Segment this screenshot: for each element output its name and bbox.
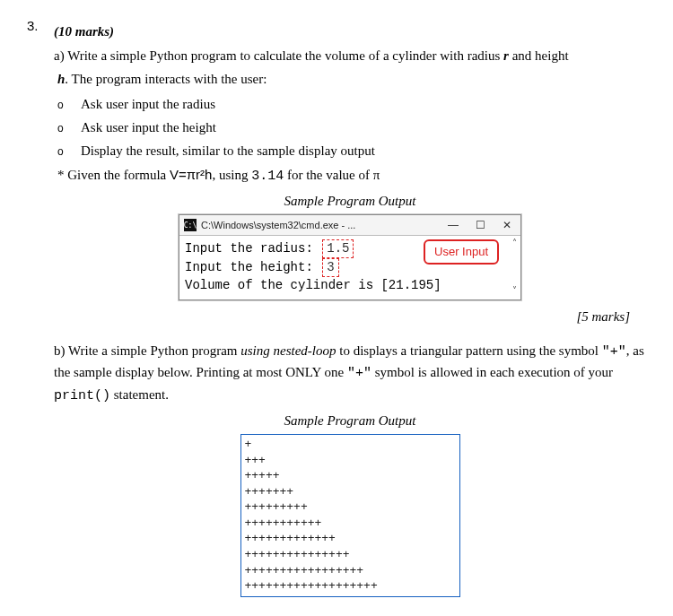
pattern-line: + xyxy=(245,437,456,453)
bullet-icon: o xyxy=(57,97,66,114)
part-b-intro: b) Write a simple Python program using n… xyxy=(54,341,646,407)
cmd-titlebar: C:\ C:\Windows\system32\cmd.exe - ... — … xyxy=(179,215,520,236)
minimize-button[interactable]: — xyxy=(440,215,467,235)
text: Write a simple Python program to calcula… xyxy=(67,48,503,63)
cmd-body: ˄ Input the radius: 1.5 Input the height… xyxy=(179,236,520,299)
text: symbol is allowed in each execution of y… xyxy=(371,365,613,379)
prompt-text: Input the height: xyxy=(185,260,313,274)
scroll-down-icon: ˅ xyxy=(512,285,517,298)
cmd-line: Volume of the cylinder is [21.195] xyxy=(185,277,515,294)
sample-caption-b: Sample Program Output xyxy=(54,413,646,429)
part-a-intro: a) Write a simple Python program to calc… xyxy=(54,46,646,66)
question-number: 3. xyxy=(27,18,43,597)
bullet-row: o Ask user input the height xyxy=(57,117,646,138)
pattern-line: +++++ xyxy=(245,468,456,484)
text: to displays a triangular pattern using t… xyxy=(336,343,602,358)
pattern-line: +++ xyxy=(245,453,456,469)
pi-value: 3.14 xyxy=(251,169,284,184)
sample-caption-a: Sample Program Output xyxy=(54,194,646,209)
question-block: 3. (10 marks) a) Write a simple Python p… xyxy=(27,18,646,597)
cmd-icon: C:\ xyxy=(184,219,197,231)
bullet-row: o Ask user input the radius xyxy=(57,93,646,115)
cmd-title: C:\Windows\system32\cmd.exe - ... xyxy=(201,220,440,230)
text: for the value of π xyxy=(284,168,380,182)
part-a-h-line: h. The program interacts with the user: xyxy=(57,69,646,90)
formula-line: * Given the formula V=πr²h, using 3.14 f… xyxy=(57,165,646,187)
question-body: (10 marks) a) Write a simple Python prog… xyxy=(54,18,646,597)
text: and height xyxy=(509,48,569,63)
part-b-label: b) xyxy=(54,343,68,358)
scroll-up-icon: ˄ xyxy=(512,238,517,250)
text: statement. xyxy=(110,387,169,402)
text: , using xyxy=(212,168,251,182)
part-a-label: a) xyxy=(54,48,67,63)
bullet-icon: o xyxy=(57,120,66,137)
bullet-text: Ask user input the height xyxy=(81,117,216,138)
pattern-line: +++++++++ xyxy=(245,499,456,516)
italic-text: using nested-loop xyxy=(240,343,336,358)
plus-symbol: "+" xyxy=(347,366,371,381)
bullet-text: Display the result, similar to the sampl… xyxy=(81,140,375,161)
part-a-marks: [5 marks] xyxy=(54,309,630,325)
text: * Given the formula xyxy=(57,168,170,182)
pattern-line: +++++++ xyxy=(245,484,456,500)
text: Write a simple Python program xyxy=(68,343,240,358)
pattern-line: +++++++++++++++++ xyxy=(245,563,456,579)
text: . The program interacts with the user: xyxy=(65,72,267,86)
pattern-line: +++++++++++ xyxy=(245,516,456,532)
pattern-line: +++++++++++++ xyxy=(245,531,456,547)
user-input-height: 3 xyxy=(322,258,338,277)
pattern-line: +++++++++++++++ xyxy=(245,547,456,563)
formula: V=πr²h xyxy=(170,167,212,182)
prompt-text: Input the radius: xyxy=(185,241,313,256)
pattern-line: +++++++++++++++++++ xyxy=(245,578,456,594)
plus-symbol: "+" xyxy=(602,344,626,360)
close-button[interactable]: ✕ xyxy=(494,215,520,235)
user-input-radius: 1.5 xyxy=(322,239,354,258)
bullet-text: Ask user input the radius xyxy=(81,93,215,115)
bullet-row: o Display the result, similar to the sam… xyxy=(57,140,646,161)
cmd-window: C:\ C:\Windows\system32\cmd.exe - ... — … xyxy=(179,214,521,300)
bullet-icon: o xyxy=(57,143,66,161)
marks-header: (10 marks) xyxy=(54,22,646,42)
user-input-callout: User Input xyxy=(424,239,499,265)
pattern-output-box: + +++ +++++ +++++++ +++++++++ ++++++++++… xyxy=(240,434,460,596)
print-stmt: print() xyxy=(54,388,110,403)
maximize-button[interactable]: ☐ xyxy=(467,215,494,235)
